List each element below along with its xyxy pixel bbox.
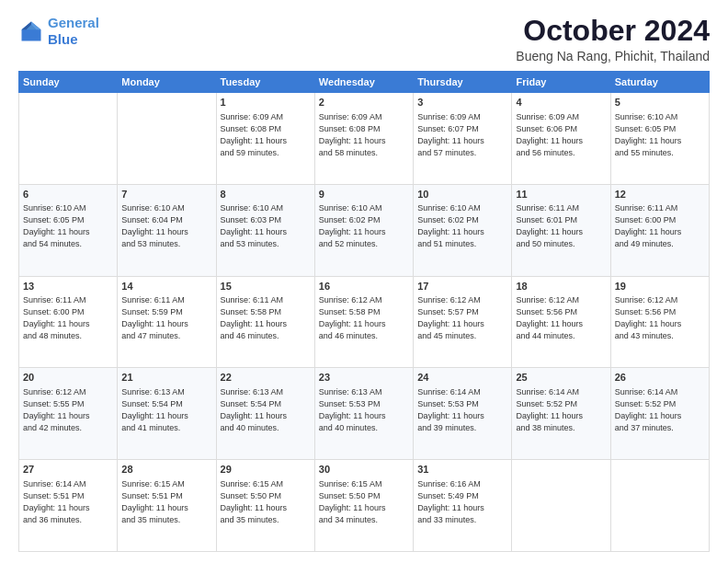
day-number: 22 (221, 371, 311, 385)
cell-info: Sunrise: 6:15 AMSunset: 5:50 PMDaylight:… (221, 478, 311, 526)
cell-info: Sunrise: 6:10 AMSunset: 6:02 PMDaylight:… (319, 202, 409, 250)
day-number: 2 (319, 96, 409, 109)
day-header-sunday: Sunday (19, 72, 118, 93)
cell-info: Sunrise: 6:16 AMSunset: 5:49 PMDaylight:… (417, 478, 507, 526)
day-number: 19 (615, 280, 705, 293)
cell-info: Sunrise: 6:09 AMSunset: 6:07 PMDaylight:… (417, 111, 507, 159)
cell-info: Sunrise: 6:13 AMSunset: 5:54 PMDaylight:… (121, 386, 211, 434)
day-header-friday: Friday (512, 72, 610, 93)
cell-info: Sunrise: 6:12 AMSunset: 5:56 PMDaylight:… (615, 294, 705, 342)
week-row-5: 27Sunrise: 6:14 AMSunset: 5:51 PMDayligh… (19, 460, 710, 552)
logo: General Blue (18, 15, 99, 48)
calendar-cell: 23Sunrise: 6:13 AMSunset: 5:53 PMDayligh… (314, 368, 413, 460)
day-number: 18 (516, 280, 606, 293)
calendar-cell: 16Sunrise: 6:12 AMSunset: 5:58 PMDayligh… (314, 276, 413, 368)
day-number: 21 (121, 371, 211, 385)
day-number: 3 (417, 96, 507, 109)
cell-info: Sunrise: 6:15 AMSunset: 5:50 PMDaylight:… (319, 478, 409, 526)
cell-info: Sunrise: 6:13 AMSunset: 5:53 PMDaylight:… (319, 386, 409, 434)
calendar-cell: 1Sunrise: 6:09 AMSunset: 6:08 PMDaylight… (216, 93, 314, 185)
day-number: 10 (417, 188, 507, 201)
week-row-4: 20Sunrise: 6:12 AMSunset: 5:55 PMDayligh… (19, 368, 710, 460)
cell-info: Sunrise: 6:10 AMSunset: 6:03 PMDaylight:… (221, 202, 311, 250)
cell-info: Sunrise: 6:13 AMSunset: 5:54 PMDaylight:… (221, 386, 311, 434)
day-header-thursday: Thursday (414, 72, 512, 93)
cell-info: Sunrise: 6:09 AMSunset: 6:08 PMDaylight:… (319, 111, 409, 159)
calendar-cell: 10Sunrise: 6:10 AMSunset: 6:02 PMDayligh… (414, 184, 512, 276)
cell-info: Sunrise: 6:12 AMSunset: 5:56 PMDaylight:… (516, 294, 606, 342)
day-number: 17 (417, 280, 507, 293)
week-row-3: 13Sunrise: 6:11 AMSunset: 6:00 PMDayligh… (19, 276, 710, 368)
cell-info: Sunrise: 6:10 AMSunset: 6:02 PMDaylight:… (417, 202, 507, 250)
calendar-cell: 9Sunrise: 6:10 AMSunset: 6:02 PMDaylight… (314, 184, 413, 276)
cell-info: Sunrise: 6:11 AMSunset: 5:58 PMDaylight:… (221, 294, 311, 342)
calendar-cell: 27Sunrise: 6:14 AMSunset: 5:51 PMDayligh… (19, 460, 118, 552)
calendar-cell: 21Sunrise: 6:13 AMSunset: 5:54 PMDayligh… (118, 368, 216, 460)
cell-info: Sunrise: 6:15 AMSunset: 5:51 PMDaylight:… (121, 478, 211, 526)
day-header-tuesday: Tuesday (216, 72, 314, 93)
logo-icon (18, 18, 44, 44)
day-number: 6 (23, 188, 113, 201)
calendar-cell: 18Sunrise: 6:12 AMSunset: 5:56 PMDayligh… (512, 276, 610, 368)
week-row-2: 6Sunrise: 6:10 AMSunset: 6:05 PMDaylight… (19, 184, 710, 276)
cell-info: Sunrise: 6:14 AMSunset: 5:52 PMDaylight:… (516, 386, 606, 434)
calendar-cell (610, 460, 709, 552)
calendar-cell: 19Sunrise: 6:12 AMSunset: 5:56 PMDayligh… (610, 276, 709, 368)
calendar-cell: 22Sunrise: 6:13 AMSunset: 5:54 PMDayligh… (216, 368, 314, 460)
calendar-cell: 7Sunrise: 6:10 AMSunset: 6:04 PMDaylight… (118, 184, 216, 276)
cell-info: Sunrise: 6:12 AMSunset: 5:57 PMDaylight:… (417, 294, 507, 342)
cell-info: Sunrise: 6:11 AMSunset: 5:59 PMDaylight:… (121, 294, 211, 342)
day-number: 25 (516, 371, 606, 385)
day-number: 31 (417, 463, 507, 477)
calendar-cell: 3Sunrise: 6:09 AMSunset: 6:07 PMDaylight… (414, 93, 512, 185)
cell-info: Sunrise: 6:11 AMSunset: 6:00 PMDaylight:… (615, 202, 705, 250)
subtitle: Bueng Na Rang, Phichit, Thailand (516, 49, 710, 63)
calendar-cell: 15Sunrise: 6:11 AMSunset: 5:58 PMDayligh… (216, 276, 314, 368)
calendar-cell: 12Sunrise: 6:11 AMSunset: 6:00 PMDayligh… (610, 184, 709, 276)
day-number: 26 (615, 371, 705, 385)
cell-info: Sunrise: 6:14 AMSunset: 5:52 PMDaylight:… (615, 386, 705, 434)
day-number: 9 (319, 188, 409, 201)
cell-info: Sunrise: 6:09 AMSunset: 6:06 PMDaylight:… (516, 111, 606, 159)
calendar-cell: 4Sunrise: 6:09 AMSunset: 6:06 PMDaylight… (512, 93, 610, 185)
calendar-cell: 11Sunrise: 6:11 AMSunset: 6:01 PMDayligh… (512, 184, 610, 276)
calendar-cell: 25Sunrise: 6:14 AMSunset: 5:52 PMDayligh… (512, 368, 610, 460)
day-number: 15 (221, 280, 311, 293)
logo-text: General Blue (48, 15, 99, 48)
day-number: 14 (121, 280, 211, 293)
calendar-cell: 17Sunrise: 6:12 AMSunset: 5:57 PMDayligh… (414, 276, 512, 368)
cell-info: Sunrise: 6:10 AMSunset: 6:05 PMDaylight:… (615, 111, 705, 159)
logo-line2: Blue (48, 31, 78, 47)
day-number: 4 (516, 96, 606, 109)
calendar-cell: 13Sunrise: 6:11 AMSunset: 6:00 PMDayligh… (19, 276, 118, 368)
calendar-cell: 5Sunrise: 6:10 AMSunset: 6:05 PMDaylight… (610, 93, 709, 185)
calendar-cell: 24Sunrise: 6:14 AMSunset: 5:53 PMDayligh… (414, 368, 512, 460)
calendar-cell: 31Sunrise: 6:16 AMSunset: 5:49 PMDayligh… (414, 460, 512, 552)
header: General Blue October 2024 Bueng Na Rang,… (18, 15, 710, 63)
calendar-cell: 6Sunrise: 6:10 AMSunset: 6:05 PMDaylight… (19, 184, 118, 276)
calendar-cell: 2Sunrise: 6:09 AMSunset: 6:08 PMDaylight… (314, 93, 413, 185)
day-number: 20 (23, 371, 113, 385)
day-number: 30 (319, 463, 409, 477)
cell-info: Sunrise: 6:10 AMSunset: 6:04 PMDaylight:… (121, 202, 211, 250)
calendar-cell: 30Sunrise: 6:15 AMSunset: 5:50 PMDayligh… (314, 460, 413, 552)
calendar-cell: 8Sunrise: 6:10 AMSunset: 6:03 PMDaylight… (216, 184, 314, 276)
title-block: October 2024 Bueng Na Rang, Phichit, Tha… (516, 15, 710, 63)
cell-info: Sunrise: 6:12 AMSunset: 5:58 PMDaylight:… (319, 294, 409, 342)
calendar-body: 1Sunrise: 6:09 AMSunset: 6:08 PMDaylight… (19, 93, 710, 552)
day-number: 5 (615, 96, 705, 109)
day-number: 27 (23, 463, 113, 477)
cell-info: Sunrise: 6:11 AMSunset: 6:01 PMDaylight:… (516, 202, 606, 250)
main-title: October 2024 (516, 15, 710, 47)
calendar-cell: 14Sunrise: 6:11 AMSunset: 5:59 PMDayligh… (118, 276, 216, 368)
day-number: 11 (516, 188, 606, 201)
calendar-cell (19, 93, 118, 185)
day-number: 29 (221, 463, 311, 477)
calendar-header: SundayMondayTuesdayWednesdayThursdayFrid… (19, 72, 710, 93)
calendar-cell: 20Sunrise: 6:12 AMSunset: 5:55 PMDayligh… (19, 368, 118, 460)
day-header-saturday: Saturday (610, 72, 709, 93)
calendar-cell (118, 93, 216, 185)
calendar-table: SundayMondayTuesdayWednesdayThursdayFrid… (18, 71, 710, 552)
day-number: 13 (23, 280, 113, 293)
calendar-cell (512, 460, 610, 552)
